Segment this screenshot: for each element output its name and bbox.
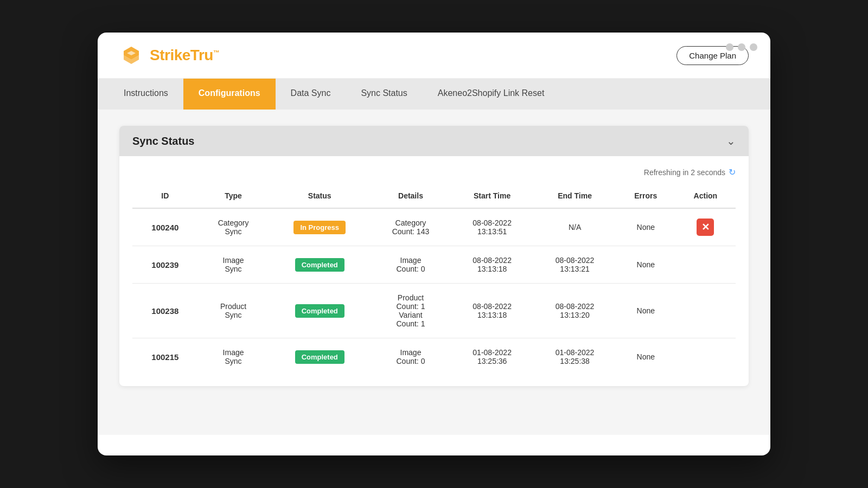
cell-action: ✕ [675, 208, 736, 246]
table-row: 100240 CategorySync In Progress Category… [132, 208, 736, 246]
sync-status-card: Sync Status ⌄ Refreshing in 2 seconds ↻ … [119, 126, 749, 386]
status-badge: In Progress [293, 221, 346, 234]
cell-status: In Progress [269, 208, 371, 246]
cell-id: 100215 [132, 338, 198, 376]
cell-action [675, 338, 736, 376]
cell-details: ImageCount: 0 [371, 338, 451, 376]
cell-start-time: 08-08-202213:13:18 [451, 246, 533, 284]
cell-end-time: 01-08-202213:25:38 [533, 338, 616, 376]
cell-status: Completed [269, 338, 371, 376]
app-window: StrikeTru™ Change Plan Instructions Conf… [98, 33, 770, 455]
refresh-text: Refreshing in 2 seconds [644, 168, 725, 177]
logo-text: StrikeTru™ [150, 47, 219, 64]
col-header-errors: Errors [616, 184, 675, 208]
cell-end-time: 08-08-202213:13:20 [533, 284, 616, 338]
cell-end-time: 08-08-202213:13:21 [533, 246, 616, 284]
status-badge: Completed [295, 304, 344, 318]
sync-table: ID Type Status Details Start Time End Ti… [132, 184, 736, 375]
window-dot-1 [726, 43, 733, 51]
cell-type: ImageSync [198, 338, 269, 376]
cell-id: 100239 [132, 246, 198, 284]
cell-status: Completed [269, 246, 371, 284]
cell-action [675, 246, 736, 284]
main-nav: Instructions Configurations Data Sync Sy… [98, 79, 770, 110]
col-header-start-time: Start Time [451, 184, 533, 208]
chevron-down-icon: ⌄ [726, 134, 736, 147]
window-controls [726, 43, 757, 51]
cell-details: ImageCount: 0 [371, 246, 451, 284]
cell-start-time: 01-08-202213:25:36 [451, 338, 533, 376]
col-header-id: ID [132, 184, 198, 208]
nav-item-akeneo-link[interactable]: Akeneo2Shopify Link Reset [423, 79, 560, 110]
col-header-end-time: End Time [533, 184, 616, 208]
app-header: StrikeTru™ Change Plan [98, 33, 770, 79]
table-row: 100238 ProductSync Completed ProductCoun… [132, 284, 736, 338]
table-body: 100240 CategorySync In Progress Category… [132, 208, 736, 375]
table-header-row: ID Type Status Details Start Time End Ti… [132, 184, 736, 208]
col-header-type: Type [198, 184, 269, 208]
col-header-details: Details [371, 184, 451, 208]
cell-type: ProductSync [198, 284, 269, 338]
table-header: ID Type Status Details Start Time End Ti… [132, 184, 736, 208]
nav-item-data-sync[interactable]: Data Sync [276, 79, 346, 110]
col-header-status: Status [269, 184, 371, 208]
cell-start-time: 08-08-202213:13:51 [451, 208, 533, 246]
nav-item-instructions[interactable]: Instructions [108, 79, 183, 110]
cell-id: 100238 [132, 284, 198, 338]
cell-type: CategorySync [198, 208, 269, 246]
main-content: Sync Status ⌄ Refreshing in 2 seconds ↻ … [98, 110, 770, 435]
cell-details: CategoryCount: 143 [371, 208, 451, 246]
cell-errors: None [616, 208, 675, 246]
sync-status-card-header[interactable]: Sync Status ⌄ [119, 126, 749, 156]
refresh-icon[interactable]: ↻ [729, 167, 736, 177]
nav-item-sync-status[interactable]: Sync Status [346, 79, 422, 110]
table-row: 100239 ImageSync Completed ImageCount: 0… [132, 246, 736, 284]
logo-icon [119, 43, 143, 67]
window-dot-3 [750, 43, 757, 51]
window-dot-2 [738, 43, 745, 51]
status-badge: Completed [295, 350, 344, 364]
cell-end-time: N/A [533, 208, 616, 246]
cell-action [675, 284, 736, 338]
cell-id: 100240 [132, 208, 198, 246]
sync-status-card-body: Refreshing in 2 seconds ↻ ID Type Status… [119, 156, 749, 386]
cell-details: ProductCount: 1VariantCount: 1 [371, 284, 451, 338]
col-header-action: Action [675, 184, 736, 208]
cell-errors: None [616, 338, 675, 376]
cell-status: Completed [269, 284, 371, 338]
nav-item-configurations[interactable]: Configurations [183, 79, 276, 110]
cell-errors: None [616, 284, 675, 338]
sync-status-title: Sync Status [132, 135, 194, 147]
delete-button[interactable]: ✕ [697, 219, 714, 236]
status-badge: Completed [295, 258, 344, 272]
cell-errors: None [616, 246, 675, 284]
logo: StrikeTru™ [119, 43, 219, 67]
cell-type: ImageSync [198, 246, 269, 284]
table-row: 100215 ImageSync Completed ImageCount: 0… [132, 338, 736, 376]
refresh-info: Refreshing in 2 seconds ↻ [132, 167, 736, 177]
cell-start-time: 08-08-202213:13:18 [451, 284, 533, 338]
